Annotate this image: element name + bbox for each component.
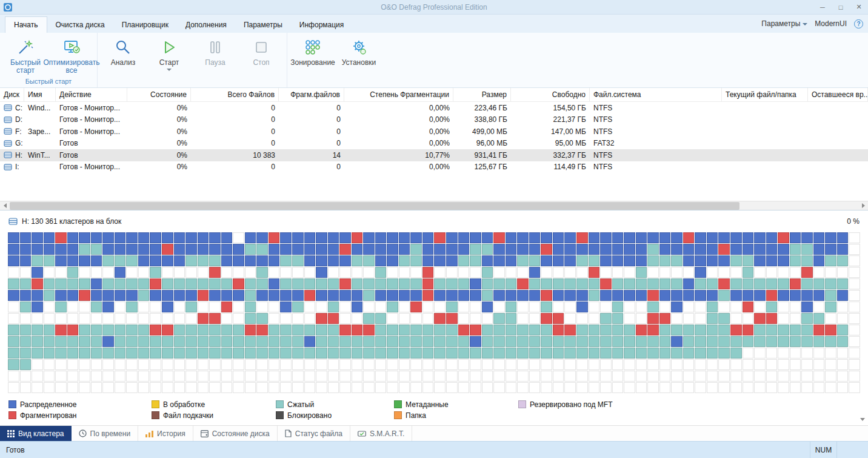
close-button[interactable]: ✕ bbox=[850, 0, 868, 14]
tab-disk-cleanup[interactable]: Очистка диска bbox=[47, 17, 113, 33]
cluster-block bbox=[138, 301, 150, 312]
quick-start-button[interactable]: Быстрый старт bbox=[2, 33, 48, 76]
pane-scroll-down-icon[interactable] bbox=[858, 415, 867, 424]
cluster-block bbox=[115, 382, 126, 393]
cluster-block bbox=[506, 313, 517, 324]
column-header[interactable]: Всего Файлов bbox=[191, 88, 279, 101]
scrollbar-track[interactable] bbox=[10, 201, 858, 210]
cluster-block bbox=[102, 267, 114, 278]
column-header[interactable]: Оставшееся вр... bbox=[808, 88, 868, 101]
legend-item: Блокировано bbox=[276, 410, 394, 420]
cluster-block bbox=[198, 336, 209, 347]
tab-file-status[interactable]: Статус файла bbox=[278, 426, 350, 441]
column-header[interactable]: Имя bbox=[24, 88, 56, 101]
tab-disk-state[interactable]: Состояние диска bbox=[193, 426, 278, 441]
stop-button[interactable]: Стоп bbox=[238, 33, 284, 87]
cluster-block bbox=[44, 301, 55, 312]
cluster-block bbox=[387, 325, 398, 335]
settings-button[interactable]: Установки bbox=[336, 33, 382, 87]
cluster-block bbox=[185, 313, 197, 324]
cluster-block bbox=[375, 325, 387, 335]
cluster-block bbox=[730, 301, 742, 312]
disk-cell: 0,00% bbox=[344, 163, 453, 171]
minimize-button[interactable]: ─ bbox=[813, 0, 832, 14]
column-header[interactable]: Состояние bbox=[127, 88, 191, 101]
column-header[interactable]: Диск bbox=[0, 88, 24, 101]
cluster-block bbox=[55, 244, 67, 255]
tab-scheduler[interactable]: Планировщик bbox=[113, 17, 177, 33]
tab-time-view[interactable]: По времени bbox=[72, 426, 139, 441]
tab-history[interactable]: История bbox=[138, 426, 193, 441]
start-dropdown-icon[interactable] bbox=[167, 69, 172, 71]
cluster-block bbox=[102, 382, 114, 393]
start-button[interactable]: Старт bbox=[146, 33, 192, 87]
column-header[interactable]: Файл.система bbox=[590, 88, 722, 101]
cluster-block bbox=[363, 325, 375, 335]
cluster-block bbox=[446, 244, 458, 255]
parameters-dropdown[interactable]: Параметры bbox=[761, 19, 807, 28]
scroll-left-icon[interactable] bbox=[0, 201, 10, 210]
legend-item: Файл подкачки bbox=[152, 410, 276, 420]
cluster-block bbox=[849, 348, 860, 359]
cluster-block bbox=[8, 336, 19, 347]
cluster-block bbox=[209, 301, 221, 312]
cluster-block bbox=[256, 278, 268, 289]
disk-row[interactable]: I:Готов - Монитор...0%000,00%125,67 ГБ11… bbox=[0, 161, 868, 173]
disk-row[interactable]: D:Готов - Монитор...0%000,00%338,80 ГБ22… bbox=[0, 114, 868, 126]
optimize-all-button[interactable]: Оптимизировать все bbox=[48, 33, 95, 76]
cluster-block bbox=[399, 267, 410, 278]
cluster-block bbox=[399, 290, 410, 301]
horizontal-scrollbar[interactable] bbox=[0, 201, 868, 210]
scrollbar-thumb[interactable] bbox=[10, 202, 739, 210]
cluster-block bbox=[553, 290, 564, 301]
tab-start[interactable]: Начать bbox=[5, 16, 47, 33]
cluster-block bbox=[541, 313, 552, 324]
disk-icon bbox=[4, 104, 13, 112]
cluster-block bbox=[115, 278, 126, 289]
cluster-block bbox=[659, 359, 671, 370]
cluster-block bbox=[813, 244, 825, 255]
cluster-block bbox=[256, 382, 268, 393]
column-header[interactable]: Действие bbox=[56, 88, 127, 101]
column-header[interactable]: Фрагм.файлов bbox=[279, 88, 344, 101]
zoning-button[interactable]: Зонирование bbox=[290, 33, 336, 87]
cluster-block bbox=[849, 371, 860, 382]
cluster-block bbox=[32, 348, 43, 359]
cluster-block bbox=[280, 232, 292, 243]
cluster-block bbox=[339, 313, 351, 324]
column-header[interactable]: Свободно bbox=[511, 88, 590, 101]
tab-smart[interactable]: S.M.A.R.T. bbox=[350, 426, 412, 441]
scroll-right-icon[interactable] bbox=[858, 201, 868, 210]
disk-row[interactable]: F:Заре...Готов - Монитор...0%000,00%499,… bbox=[0, 126, 868, 138]
tab-parameters[interactable]: Параметры bbox=[235, 17, 291, 33]
cluster-block bbox=[434, 336, 446, 347]
column-header[interactable]: Степень Фрагментации bbox=[344, 88, 453, 101]
cluster-block bbox=[375, 232, 387, 243]
tab-addons[interactable]: Дополнения bbox=[177, 17, 235, 33]
pause-button[interactable]: Пауза bbox=[192, 33, 238, 87]
cluster-block bbox=[8, 382, 19, 393]
cluster-block bbox=[683, 232, 695, 243]
cluster-block bbox=[292, 267, 304, 278]
modernui-link[interactable]: ModernUI bbox=[815, 19, 847, 28]
cluster-block bbox=[576, 382, 588, 393]
analyze-button[interactable]: Анализ bbox=[100, 33, 146, 87]
disk-row[interactable]: G:Готов0%000,00%96,00 МБ95,00 МБFAT32 bbox=[0, 138, 868, 150]
cluster-block bbox=[446, 336, 458, 347]
cluster-block bbox=[718, 371, 730, 382]
cluster-block bbox=[8, 278, 19, 289]
column-header[interactable]: Размер bbox=[453, 88, 511, 101]
disk-cell: 338,80 ГБ bbox=[453, 115, 511, 124]
cluster-block bbox=[589, 255, 600, 266]
tab-cluster-view[interactable]: Вид кластера bbox=[0, 426, 72, 441]
tab-information[interactable]: Информация bbox=[291, 17, 352, 33]
cluster-block bbox=[304, 232, 316, 243]
cluster-block bbox=[126, 301, 138, 312]
maximize-button[interactable]: □ bbox=[832, 0, 850, 14]
cluster-block bbox=[589, 290, 600, 301]
disk-row[interactable]: H:WinT...Готов0%10 3831410,77%931,41 ГБ3… bbox=[0, 149, 868, 161]
cluster-map[interactable] bbox=[8, 232, 860, 393]
help-icon[interactable]: ? bbox=[854, 19, 863, 29]
column-header[interactable]: Текущий файл/папка bbox=[722, 88, 808, 101]
disk-row[interactable]: C:Wind...Готов - Монитор...0%000,00%223,… bbox=[0, 102, 868, 114]
